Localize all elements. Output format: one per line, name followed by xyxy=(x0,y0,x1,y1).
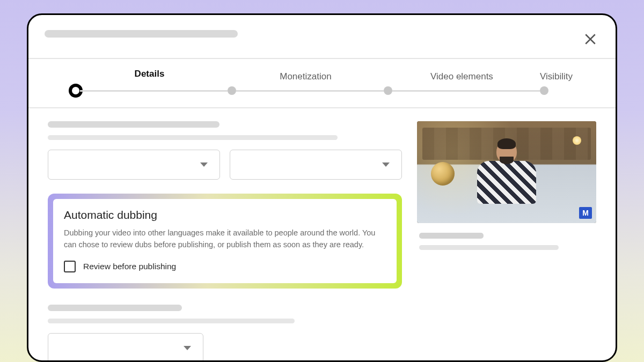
chevron-down-icon xyxy=(382,162,390,167)
modal-title-placeholder xyxy=(45,30,238,38)
step-label: Visibility xyxy=(540,71,573,82)
step-connector xyxy=(236,90,384,92)
form-left-column: Automatic dubbing Dubbing your video int… xyxy=(48,121,402,360)
caption-line-1-placeholder xyxy=(419,233,484,239)
caption-line-2-placeholder xyxy=(419,245,559,250)
step-dot-icon xyxy=(228,86,236,95)
page-backdrop: Details Monetization Video elements xyxy=(0,0,644,362)
section-desc-placeholder xyxy=(48,135,338,140)
dropdown-field-2[interactable] xyxy=(230,150,402,180)
thumbnail-badge: M xyxy=(579,207,592,219)
review-before-publishing-row: Review before publishing xyxy=(64,261,386,272)
section-heading-placeholder xyxy=(48,121,219,128)
section-desc-placeholder-2 xyxy=(48,319,295,323)
step-dot-icon xyxy=(540,86,548,95)
step-monetization[interactable]: Monetization xyxy=(228,71,384,95)
thumbnail-caption xyxy=(417,223,596,250)
step-connector xyxy=(392,90,540,92)
modal-body: Automatic dubbing Dubbing your video int… xyxy=(28,108,616,360)
upload-modal: Details Monetization Video elements xyxy=(27,13,617,362)
step-label: Details xyxy=(135,69,165,79)
step-label: Monetization xyxy=(280,71,331,82)
dropdown-row xyxy=(48,150,402,180)
thumbnail-scene xyxy=(417,121,596,223)
chevron-down-icon xyxy=(184,346,191,350)
dubbing-card-title: Automatic dubbing xyxy=(64,209,386,221)
chevron-down-icon xyxy=(200,162,208,167)
stepper: Details Monetization Video elements xyxy=(28,59,616,107)
close-icon xyxy=(582,31,598,47)
step-video-elements[interactable]: Video elements xyxy=(384,71,540,95)
dropdown-field-3[interactable] xyxy=(48,333,203,360)
thumbnail-globe xyxy=(431,162,455,186)
close-button[interactable] xyxy=(581,30,599,48)
step-dot-icon xyxy=(384,86,392,95)
dropdown-field-1[interactable] xyxy=(48,150,220,180)
step-details[interactable]: Details xyxy=(71,69,228,98)
section-heading-placeholder-2 xyxy=(48,305,182,311)
step-label: Video elements xyxy=(430,71,493,82)
thumbnail-person xyxy=(474,141,539,210)
review-before-publishing-label: Review before publishing xyxy=(83,262,176,271)
automatic-dubbing-card: Automatic dubbing Dubbing your video int… xyxy=(48,194,402,289)
video-thumbnail[interactable]: M xyxy=(417,121,596,223)
preview-right-column: M xyxy=(417,121,596,360)
dubbing-card-description: Dubbing your video into other languages … xyxy=(64,227,386,251)
automatic-dubbing-inner: Automatic dubbing Dubbing your video int… xyxy=(53,199,397,283)
step-connector xyxy=(80,90,228,92)
review-before-publishing-checkbox[interactable] xyxy=(64,261,76,272)
thumbnail-lamp xyxy=(569,136,584,168)
modal-header xyxy=(28,15,616,58)
step-visibility[interactable]: Visibility xyxy=(540,71,573,95)
